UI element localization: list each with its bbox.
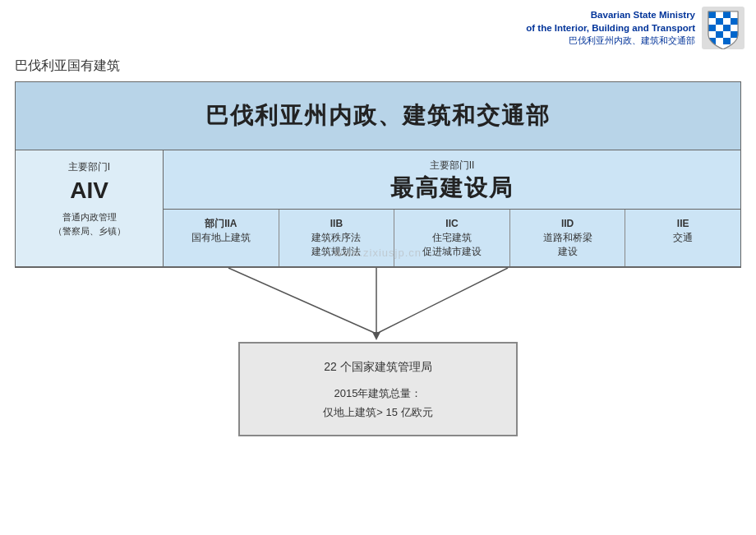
header-text: Bavarian State Ministry of the Interior,…: [526, 8, 695, 48]
arrow-area: [15, 268, 741, 342]
sub-div-iib: IIB 建筑秩序法建筑规划法: [279, 210, 395, 266]
bottom-box-title: 22 个国家建筑管理局: [256, 357, 500, 377]
svg-rect-4: [731, 12, 738, 18]
svg-rect-5: [708, 18, 716, 25]
aiv-desc: 普通内政管理（警察局、乡镇）: [53, 210, 126, 238]
header: Bavarian State Ministry of the Interior,…: [0, 0, 756, 54]
right-title: 最高建设局: [390, 173, 514, 204]
svg-rect-18: [716, 38, 723, 44]
aiv-dept-label: 主要部门I: [68, 160, 110, 174]
right-dept-label: 主要部门II: [430, 159, 475, 173]
svg-rect-14: [716, 31, 723, 38]
header-title-cn: 巴伐利亚州内政、建筑和交通部: [526, 35, 695, 47]
bottom-box-container: 22 个国家建筑管理局 2015年建筑总量： 仅地上建筑> 15 亿欧元: [0, 342, 756, 452]
sub-div-iia: 部门IIA 国有地上建筑: [164, 210, 279, 266]
svg-line-21: [228, 268, 376, 334]
page-title: 巴伐利亚国有建筑: [0, 54, 756, 81]
sub-divisions: 部门IIA 国有地上建筑 IIB 建筑秩序法建筑规划法 IIC 住宅建筑促进城市…: [164, 210, 740, 266]
header-title-en: Bavarian State Ministry of the Interior,…: [526, 8, 695, 35]
svg-rect-12: [731, 25, 738, 31]
svg-marker-24: [372, 332, 380, 340]
svg-rect-8: [731, 18, 738, 25]
svg-rect-19: [723, 38, 731, 44]
svg-rect-13: [708, 31, 716, 38]
svg-rect-1: [708, 12, 716, 18]
ministry-title-text: 巴伐利亚州内政、建筑和交通部: [24, 100, 732, 131]
svg-rect-3: [723, 12, 731, 18]
svg-rect-6: [716, 18, 723, 25]
svg-rect-11: [723, 25, 731, 31]
middle-row: 主要部门I AIV 普通内政管理（警察局、乡镇） 主要部门II 最高建设局 部门…: [16, 150, 740, 267]
svg-rect-10: [716, 25, 723, 31]
svg-rect-16: [731, 31, 738, 38]
aiv-title: AIV: [70, 178, 108, 204]
svg-rect-9: [708, 25, 716, 31]
svg-rect-7: [723, 18, 731, 25]
sub-div-iid: IID 道路和桥梁建设: [510, 210, 626, 266]
bottom-box-year: 2015年建筑总量：: [256, 384, 500, 403]
sub-div-iie: IIE 交通: [625, 210, 740, 266]
bottom-box: 22 个国家建筑管理局 2015年建筑总量： 仅地上建筑> 15 亿欧元: [238, 342, 518, 437]
svg-line-23: [376, 268, 508, 334]
bavarian-coat-of-arms-icon: [702, 7, 744, 49]
ministry-title-block: 巴伐利亚州内政、建筑和交通部: [16, 82, 740, 150]
bottom-box-amount: 仅地上建筑> 15 亿欧元: [256, 403, 500, 422]
sub-div-iic: IIC 住宅建筑促进城市建设: [394, 210, 510, 266]
connector-arrows-icon: [15, 268, 741, 342]
svg-rect-15: [723, 31, 731, 38]
diagram-container: 巴伐利亚州内政、建筑和交通部 主要部门I AIV 普通内政管理（警察局、乡镇） …: [15, 81, 741, 268]
svg-rect-2: [716, 12, 723, 18]
division-right: 主要部门II 最高建设局 部门IIA 国有地上建筑 IIB 建筑秩序法建筑规划法…: [164, 150, 740, 266]
division-right-header: 主要部门II 最高建设局: [164, 150, 740, 210]
division-aiv: 主要部门I AIV 普通内政管理（警察局、乡镇）: [16, 150, 164, 266]
